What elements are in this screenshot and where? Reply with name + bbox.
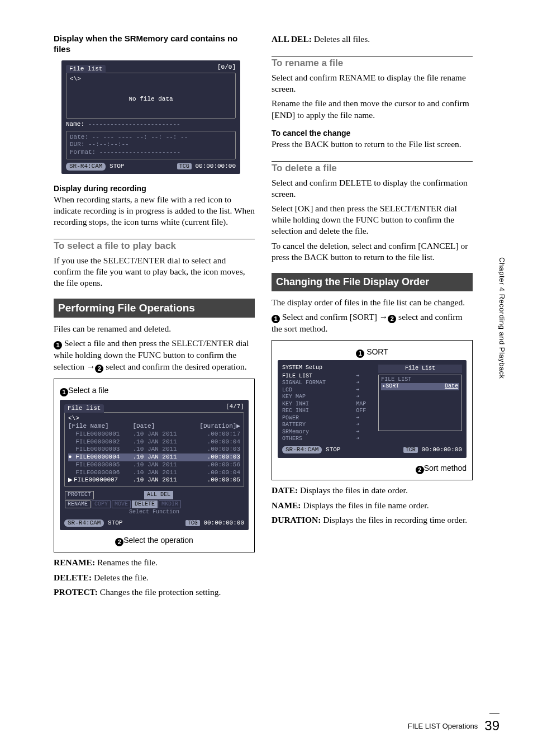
step2-text: select and confirm the desired operation…	[103, 362, 246, 371]
def-date: DATE: Displays the files in date order.	[272, 485, 473, 496]
p-select-file: If you use the SELECT/ENTER dial to sele…	[54, 255, 255, 289]
tcg-value: 00:00:00:00	[195, 163, 236, 169]
sort-method-icon: 2	[416, 466, 424, 474]
p-del2: Select [OK] and then press the SELECT/EN…	[272, 203, 473, 237]
filelist-title: File List	[378, 365, 462, 373]
step-1-icon: 1	[54, 341, 62, 349]
p-rename2: Rename the file and then move the cursor…	[272, 98, 473, 120]
stop-label: STOP	[110, 163, 124, 169]
label1-text: Select a file	[68, 386, 108, 395]
menu-item: SRMemory➔	[282, 429, 373, 436]
p-cancel: Press the BACK button to return to the F…	[272, 139, 473, 150]
left-column: Display when the SRMemory card contains …	[54, 34, 255, 601]
button-row-1: PROTECTALL DEL	[64, 490, 244, 500]
fl-tcg-val: 00:00:00:00	[203, 519, 244, 526]
sort-value: Date	[445, 383, 458, 390]
sort-label: SORT	[367, 347, 388, 356]
def-rename-t: RENAME:	[54, 557, 95, 567]
fl-stop: STOP	[108, 519, 122, 526]
footer-divider	[489, 713, 499, 714]
def-protect: PROTECT: Changes the file protection set…	[54, 587, 255, 598]
play-icon	[68, 478, 73, 482]
ss-tcr-val: 00:00:00:00	[421, 446, 462, 453]
fl-tcg-label: TCG	[185, 520, 200, 526]
p-del1: Select and confirm DELETE to display the…	[272, 177, 473, 200]
cam-pill: SR-R4:CAM	[66, 163, 106, 171]
menu-item: KEY INHIMAP	[282, 401, 373, 408]
def-name-d: Displays the files in file name order.	[301, 500, 429, 510]
btn-protect: PROTECT	[65, 491, 94, 499]
def-alldel-t: ALL DEL:	[272, 34, 312, 44]
btn-rename: RENAME	[65, 500, 91, 509]
def-dur-d: Displays the files in recording time ord…	[321, 515, 467, 525]
select-function-label: Select Function	[64, 509, 244, 516]
sort-method-label: Sort method	[424, 464, 467, 472]
col-dur: [Duration]▶	[187, 423, 240, 431]
fl-cam: SR-R4:CAM	[64, 519, 104, 527]
def-rename-d: Renames the file.	[95, 557, 158, 567]
table-row: FILE00000001.10 JAN 2011.00:00:17	[68, 431, 240, 438]
def-delete: DELETE: Deletes the file.	[54, 572, 255, 583]
block-order: Changing the File Display Order	[272, 273, 473, 291]
step-2-icon: 2	[95, 365, 103, 373]
def-alldel: ALL DEL: Deletes all files.	[272, 34, 473, 45]
menu-item: KEY MAP➔	[282, 394, 373, 401]
def-rename: RENAME: Renames the file.	[54, 557, 255, 568]
def-protect-d: Changes the file protection setting.	[98, 587, 221, 597]
p-sort-steps: 1 Select and confirm [SORT] →2 select an…	[272, 311, 473, 334]
menu-item: BATTERY➔	[282, 422, 373, 429]
no-file-msg: No file data	[70, 96, 232, 103]
p-during-rec: When recording starts, a new file with a…	[54, 194, 255, 228]
screen-title: File list	[66, 65, 106, 74]
ss-stop: STOP	[326, 446, 340, 453]
page-number: 39	[484, 718, 499, 734]
fmt-line: Format: ----------------------	[70, 149, 232, 157]
table-row: FILE00000006.10 JAN 2011.00:00:04	[68, 469, 240, 477]
def-dur-t: DURATION:	[272, 515, 321, 525]
ss-cam: SR-R4:CAM	[282, 446, 322, 454]
menu-item: SIGNAL FORMAT➔	[282, 380, 373, 387]
tcg-label: TCG	[177, 163, 192, 169]
col-date: [Date]	[133, 423, 187, 431]
label1-icon: 1	[60, 388, 68, 396]
def-name: NAME: Displays the files in file name or…	[272, 500, 473, 511]
btn-mkdir: MKDIR	[159, 500, 181, 509]
table-row: FILE00000007.10 JAN 2011.00:00:05	[68, 476, 240, 484]
date-line: Date: -- --- ---- --: --: --: --	[70, 134, 232, 141]
screen-file-list: File list [4/7] <\> [File Name] [Date] […	[60, 400, 249, 531]
h-cancel: To cancel the change	[272, 129, 473, 138]
right-column: ALL DEL: Deletes all files. To rename a …	[272, 34, 473, 601]
p-order: The display order of files in the file l…	[272, 297, 473, 308]
table-row: FILE00000003.10 JAN 2011.00:00:03	[68, 446, 240, 453]
label2-text: Select the operation	[123, 536, 193, 545]
p-rename1: Select and confirm RENAME to display the…	[272, 72, 473, 94]
sort-step1-text: Select and confirm [SORT] →	[280, 312, 388, 322]
fl-counter: [4/7]	[226, 403, 244, 413]
def-date-t: DATE:	[272, 485, 298, 495]
button-row-2: RENAMECOPYMOVEDELETEMKDIR	[64, 500, 244, 509]
menu-item: FILE LIST➔	[282, 373, 373, 380]
sec-select-file: To select a file to play back	[54, 239, 255, 252]
dur-line: DUR: --:--:--:--	[70, 141, 232, 149]
btn-move: MOVE	[112, 500, 131, 509]
def-alldel-d: Deletes all files.	[312, 34, 370, 44]
def-date-d: Displays the files in date order.	[298, 485, 408, 495]
side-tab: Chapter 4 Recording and Playback	[497, 257, 506, 447]
illustration-select-file: 1Select a file File list [4/7] <\> [File…	[54, 379, 255, 553]
menu-item: LCD➔	[282, 387, 373, 394]
def-duration: DURATION: Displays the files in recordin…	[272, 514, 473, 526]
def-protect-t: PROTECT:	[54, 587, 98, 597]
block-file-ops: Performing File Operations	[54, 299, 255, 318]
sec-rename: To rename a file	[272, 56, 473, 69]
sort-step2-icon: 2	[388, 315, 396, 323]
filelist-box: FILE LIST ▸SORT Date	[378, 375, 462, 431]
def-delete-t: DELETE:	[54, 573, 92, 582]
btn-delete: DELETE	[132, 500, 158, 509]
table-row: FILE00000002.10 JAN 2011.00:00:04	[68, 438, 240, 446]
menu-item: OTHERS➔	[282, 436, 373, 443]
label2-icon: 2	[115, 538, 123, 546]
sec-delete: To delete a file	[272, 161, 473, 174]
name-dashes: -------------------------	[88, 121, 180, 127]
table-row: ● FILE00000004.10 JAN 2011.00:00:03	[68, 453, 240, 461]
heading-during-rec: Display during recording	[54, 184, 255, 193]
